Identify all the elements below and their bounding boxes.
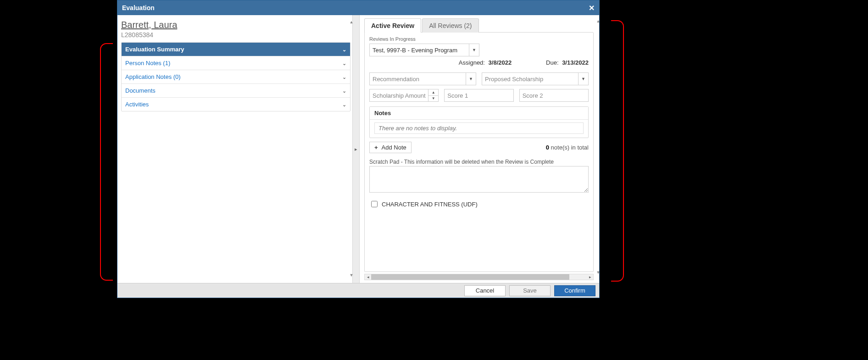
right-scrollbar[interactable]: ▲ ▼ [596, 19, 599, 275]
active-review-content: Reviews In Progress Test, 9997-B - Eveni… [364, 32, 594, 272]
scratch-pad-label: Scratch Pad - This information will be d… [369, 159, 589, 165]
add-note-button[interactable]: + Add Note [369, 142, 412, 153]
cancel-button[interactable]: Cancel [464, 285, 506, 296]
acc-evaluation-summary[interactable]: Evaluation Summary ⌄ [122, 43, 350, 56]
review-tabs: Active Review All Reviews (2) [364, 18, 597, 32]
acc-label: Application Notes (0) [125, 73, 181, 80]
placeholder: Score 1 [447, 92, 468, 99]
notes-section: Notes There are no notes to display. [369, 106, 589, 138]
chevron-down-icon: ▼ [466, 73, 476, 85]
chevron-down-icon: ⌄ [342, 101, 346, 107]
annotation-bracket-left [100, 43, 113, 281]
scratch-pad-textarea[interactable] [369, 166, 589, 193]
right-panel: Active Review All Reviews (2) Reviews In… [360, 15, 599, 283]
chevron-down-icon: ⌄ [342, 88, 346, 94]
step-up-icon[interactable]: ▲ [428, 89, 438, 96]
horizontal-scrollbar[interactable]: ◂ ▸ [364, 274, 594, 280]
notes-total-suffix: note(s) in total [549, 144, 589, 151]
placeholder: Proposed Scholarship [485, 76, 543, 83]
person-name-link[interactable]: Barrett, Laura [121, 20, 351, 30]
recommendation-select[interactable]: Recommendation ▼ [369, 72, 476, 85]
left-panel: Barrett, Laura L28085384 Evaluation Summ… [117, 15, 352, 283]
scroll-left-icon[interactable]: ◂ [365, 275, 371, 279]
review-select-value: Test, 9997-B - Evening Program [373, 47, 457, 54]
chevron-down-icon: ▼ [578, 73, 588, 85]
evaluation-accordion: Evaluation Summary ⌄ Person Notes (1) ⌄ … [121, 42, 351, 111]
notes-empty-message: There are no notes to display. [374, 122, 584, 134]
due-value: 3/13/2022 [562, 59, 589, 66]
scroll-down-icon[interactable]: ▼ [596, 270, 599, 275]
scroll-down-icon[interactable]: ▼ [350, 273, 354, 277]
left-scrollbar[interactable]: ▲ ▼ [350, 20, 353, 277]
acc-label: Documents [125, 87, 156, 94]
tab-all-reviews[interactable]: All Reviews (2) [422, 18, 479, 33]
acc-documents[interactable]: Documents ⌄ [122, 84, 350, 98]
character-fitness-label: CHARACTER AND FITNESS (UDF) [382, 201, 478, 208]
chevron-down-icon: ⌄ [342, 46, 346, 52]
acc-application-notes[interactable]: Application Notes (0) ⌄ [122, 70, 350, 84]
assigned-label: Assigned: [459, 59, 485, 66]
tab-active-review[interactable]: Active Review [364, 18, 421, 33]
due-label: Due: [546, 59, 558, 66]
caret-right-icon: ▸ [355, 146, 357, 152]
scholarship-amount-input[interactable]: Scholarship Amount ▲ ▼ [369, 89, 439, 102]
placeholder: Recommendation [373, 76, 419, 83]
notes-count: 0 [546, 144, 549, 151]
confirm-button[interactable]: Confirm [554, 285, 595, 296]
step-down-icon[interactable]: ▼ [428, 96, 438, 102]
plus-icon: + [374, 144, 378, 151]
character-fitness-checkbox[interactable] [371, 201, 378, 207]
add-note-label: Add Note [382, 144, 406, 151]
score2-input[interactable]: Score 2 [519, 89, 589, 102]
reviews-progress-label: Reviews In Progress [369, 36, 589, 42]
modal-title: Evaluation [122, 4, 155, 11]
save-button[interactable]: Save [509, 285, 551, 296]
chevron-down-icon: ⌄ [342, 60, 346, 66]
acc-label: Evaluation Summary [125, 46, 184, 53]
proposed-scholarship-select[interactable]: Proposed Scholarship ▼ [482, 72, 589, 85]
close-icon[interactable]: ✕ [589, 4, 595, 12]
quantity-stepper[interactable]: ▲ ▼ [428, 89, 438, 101]
assigned-value: 3/8/2022 [489, 59, 512, 66]
chevron-down-icon: ⌄ [342, 74, 346, 80]
panel-splitter[interactable]: ▸ [352, 15, 360, 283]
notes-total: 0 note(s) in total [546, 144, 589, 151]
modal-footer: Cancel Save Confirm [117, 283, 599, 298]
annotation-bracket-right [611, 20, 624, 282]
scrollbar-thumb[interactable] [371, 274, 569, 280]
acc-label: Person Notes (1) [125, 60, 170, 66]
notes-header: Notes [370, 107, 588, 120]
person-id: L28085384 [121, 31, 351, 39]
assigned-block: Assigned: 3/8/2022 [459, 59, 512, 66]
chevron-down-icon: ▼ [469, 44, 479, 56]
scroll-right-icon[interactable]: ▸ [587, 275, 593, 279]
placeholder: Score 2 [523, 92, 543, 99]
acc-label: Activities [125, 101, 149, 108]
modal-header: Evaluation ✕ [117, 0, 599, 15]
review-select[interactable]: Test, 9997-B - Evening Program ▼ [369, 44, 479, 56]
scroll-up-icon[interactable]: ▲ [596, 19, 599, 23]
due-block: Due: 3/13/2022 [546, 59, 589, 66]
scrollbar-track[interactable] [371, 274, 587, 280]
acc-activities[interactable]: Activities ⌄ [122, 98, 350, 111]
score1-input[interactable]: Score 1 [444, 89, 513, 102]
placeholder: Scholarship Amount [373, 92, 426, 99]
acc-person-notes[interactable]: Person Notes (1) ⌄ [122, 56, 350, 70]
evaluation-modal: Evaluation ✕ Barrett, Laura L28085384 Ev… [117, 0, 600, 298]
scroll-up-icon[interactable]: ▲ [350, 20, 354, 24]
